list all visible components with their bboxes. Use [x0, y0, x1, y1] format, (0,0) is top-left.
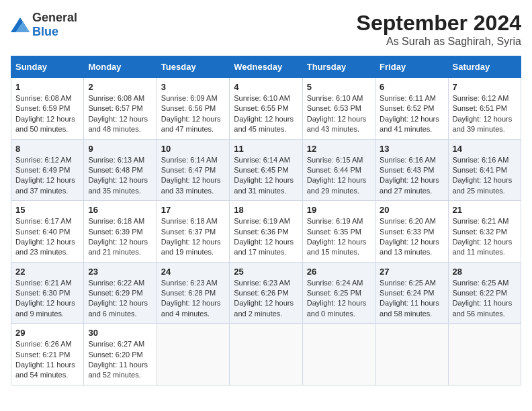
day-number: 28 — [453, 267, 517, 277]
day-number: 16 — [88, 205, 152, 215]
day-info: Sunrise: 6:13 AMSunset: 6:48 PMDaylight:… — [88, 156, 148, 195]
day-number: 22 — [15, 267, 79, 277]
calendar-day-cell: 16Sunrise: 6:18 AMSunset: 6:39 PMDayligh… — [84, 201, 157, 263]
day-info: Sunrise: 6:11 AMSunset: 6:52 PMDaylight:… — [380, 94, 439, 133]
calendar-day-cell: 25Sunrise: 6:23 AMSunset: 6:26 PMDayligh… — [230, 262, 302, 324]
day-info: Sunrise: 6:18 AMSunset: 6:39 PMDaylight:… — [88, 217, 148, 256]
day-info: Sunrise: 6:09 AMSunset: 6:56 PMDaylight:… — [161, 94, 221, 133]
day-info: Sunrise: 6:25 AMSunset: 6:24 PMDaylight:… — [380, 279, 439, 318]
calendar-day-cell: 29Sunrise: 6:26 AMSunset: 6:21 PMDayligh… — [11, 324, 84, 385]
calendar-header-row: Sunday Monday Tuesday Wednesday Thursday… — [11, 56, 521, 78]
logo: General Blue — [11, 11, 77, 39]
day-number: 30 — [88, 328, 152, 338]
page-header: General Blue September 2024 As Surah as … — [11, 11, 521, 48]
day-info: Sunrise: 6:10 AMSunset: 6:53 PMDaylight:… — [307, 94, 367, 133]
calendar-day-cell — [375, 324, 448, 385]
day-info: Sunrise: 6:26 AMSunset: 6:21 PMDaylight:… — [15, 340, 75, 379]
day-info: Sunrise: 6:12 AMSunset: 6:51 PMDaylight:… — [453, 94, 513, 133]
calendar-day-cell: 9Sunrise: 6:13 AMSunset: 6:48 PMDaylight… — [84, 139, 157, 201]
day-number: 10 — [161, 144, 225, 154]
logo-blue: Blue — [32, 25, 58, 38]
day-number: 17 — [161, 205, 225, 215]
calendar-day-cell: 26Sunrise: 6:24 AMSunset: 6:25 PMDayligh… — [302, 262, 375, 324]
calendar-day-cell: 6Sunrise: 6:11 AMSunset: 6:52 PMDaylight… — [375, 78, 448, 140]
day-info: Sunrise: 6:16 AMSunset: 6:41 PMDaylight:… — [453, 156, 513, 195]
calendar-week-row: 29Sunrise: 6:26 AMSunset: 6:21 PMDayligh… — [11, 324, 521, 385]
day-number: 3 — [161, 82, 225, 92]
calendar-day-cell: 27Sunrise: 6:25 AMSunset: 6:24 PMDayligh… — [375, 262, 448, 324]
day-number: 14 — [453, 144, 517, 154]
day-info: Sunrise: 6:08 AMSunset: 6:59 PMDaylight:… — [15, 94, 75, 133]
calendar-day-cell: 15Sunrise: 6:17 AMSunset: 6:40 PMDayligh… — [11, 201, 84, 263]
calendar-day-cell — [157, 324, 229, 385]
logo-text: General Blue — [32, 11, 77, 39]
calendar-day-cell: 17Sunrise: 6:18 AMSunset: 6:37 PMDayligh… — [157, 201, 229, 263]
calendar-day-cell: 14Sunrise: 6:16 AMSunset: 6:41 PMDayligh… — [448, 139, 521, 201]
day-info: Sunrise: 6:12 AMSunset: 6:49 PMDaylight:… — [15, 156, 75, 195]
day-info: Sunrise: 6:25 AMSunset: 6:22 PMDaylight:… — [453, 279, 513, 318]
day-info: Sunrise: 6:16 AMSunset: 6:43 PMDaylight:… — [380, 156, 439, 195]
day-number: 26 — [307, 267, 371, 277]
day-number: 15 — [15, 205, 79, 215]
header-monday: Monday — [84, 56, 157, 78]
day-number: 1 — [15, 82, 79, 92]
day-info: Sunrise: 6:24 AMSunset: 6:25 PMDaylight:… — [307, 279, 367, 318]
day-info: Sunrise: 6:08 AMSunset: 6:57 PMDaylight:… — [88, 94, 148, 133]
day-number: 12 — [307, 144, 371, 154]
day-info: Sunrise: 6:14 AMSunset: 6:45 PMDaylight:… — [234, 156, 294, 195]
day-number: 21 — [453, 205, 517, 215]
day-info: Sunrise: 6:17 AMSunset: 6:40 PMDaylight:… — [15, 217, 75, 256]
calendar-week-row: 1Sunrise: 6:08 AMSunset: 6:59 PMDaylight… — [11, 78, 521, 140]
header-friday: Friday — [375, 56, 448, 78]
day-number: 24 — [161, 267, 225, 277]
header-sunday: Sunday — [11, 56, 84, 78]
day-info: Sunrise: 6:23 AMSunset: 6:26 PMDaylight:… — [234, 279, 294, 318]
calendar-day-cell — [448, 324, 521, 385]
day-info: Sunrise: 6:20 AMSunset: 6:33 PMDaylight:… — [380, 217, 439, 256]
day-number: 5 — [307, 82, 371, 92]
calendar-day-cell: 23Sunrise: 6:22 AMSunset: 6:29 PMDayligh… — [84, 262, 157, 324]
sub-title: As Surah as Saghirah, Syria — [357, 36, 521, 48]
calendar-day-cell: 20Sunrise: 6:20 AMSunset: 6:33 PMDayligh… — [375, 201, 448, 263]
day-number: 18 — [234, 205, 298, 215]
main-title: September 2024 — [357, 11, 521, 36]
day-number: 27 — [380, 267, 443, 277]
day-number: 20 — [380, 205, 443, 215]
calendar-week-row: 15Sunrise: 6:17 AMSunset: 6:40 PMDayligh… — [11, 201, 521, 263]
title-section: September 2024 As Surah as Saghirah, Syr… — [357, 11, 521, 48]
day-number: 6 — [380, 82, 443, 92]
day-number: 8 — [15, 144, 79, 154]
header-wednesday: Wednesday — [230, 56, 302, 78]
calendar-week-row: 8Sunrise: 6:12 AMSunset: 6:49 PMDaylight… — [11, 139, 521, 201]
calendar-day-cell: 1Sunrise: 6:08 AMSunset: 6:59 PMDaylight… — [11, 78, 84, 140]
calendar-day-cell: 5Sunrise: 6:10 AMSunset: 6:53 PMDaylight… — [302, 78, 375, 140]
day-number: 11 — [234, 144, 298, 154]
day-info: Sunrise: 6:18 AMSunset: 6:37 PMDaylight:… — [161, 217, 221, 256]
day-info: Sunrise: 6:22 AMSunset: 6:29 PMDaylight:… — [88, 279, 148, 318]
day-number: 25 — [234, 267, 298, 277]
day-info: Sunrise: 6:14 AMSunset: 6:47 PMDaylight:… — [161, 156, 221, 195]
calendar-day-cell: 4Sunrise: 6:10 AMSunset: 6:55 PMDaylight… — [230, 78, 302, 140]
day-info: Sunrise: 6:27 AMSunset: 6:20 PMDaylight:… — [88, 340, 148, 379]
day-number: 23 — [88, 267, 152, 277]
header-tuesday: Tuesday — [157, 56, 229, 78]
calendar-day-cell: 8Sunrise: 6:12 AMSunset: 6:49 PMDaylight… — [11, 139, 84, 201]
day-info: Sunrise: 6:21 AMSunset: 6:30 PMDaylight:… — [15, 279, 75, 318]
day-number: 9 — [88, 144, 152, 154]
calendar-day-cell: 10Sunrise: 6:14 AMSunset: 6:47 PMDayligh… — [157, 139, 229, 201]
calendar-week-row: 22Sunrise: 6:21 AMSunset: 6:30 PMDayligh… — [11, 262, 521, 324]
calendar-day-cell: 12Sunrise: 6:15 AMSunset: 6:44 PMDayligh… — [302, 139, 375, 201]
calendar-day-cell: 28Sunrise: 6:25 AMSunset: 6:22 PMDayligh… — [448, 262, 521, 324]
day-info: Sunrise: 6:21 AMSunset: 6:32 PMDaylight:… — [453, 217, 513, 256]
calendar-table: Sunday Monday Tuesday Wednesday Thursday… — [11, 56, 521, 385]
calendar-day-cell: 22Sunrise: 6:21 AMSunset: 6:30 PMDayligh… — [11, 262, 84, 324]
day-info: Sunrise: 6:10 AMSunset: 6:55 PMDaylight:… — [234, 94, 294, 133]
day-number: 19 — [307, 205, 371, 215]
calendar-day-cell — [230, 324, 302, 385]
calendar-day-cell: 3Sunrise: 6:09 AMSunset: 6:56 PMDaylight… — [157, 78, 229, 140]
day-number: 2 — [88, 82, 152, 92]
calendar-day-cell: 7Sunrise: 6:12 AMSunset: 6:51 PMDaylight… — [448, 78, 521, 140]
day-info: Sunrise: 6:19 AMSunset: 6:35 PMDaylight:… — [307, 217, 367, 256]
calendar-day-cell: 13Sunrise: 6:16 AMSunset: 6:43 PMDayligh… — [375, 139, 448, 201]
calendar-day-cell: 21Sunrise: 6:21 AMSunset: 6:32 PMDayligh… — [448, 201, 521, 263]
